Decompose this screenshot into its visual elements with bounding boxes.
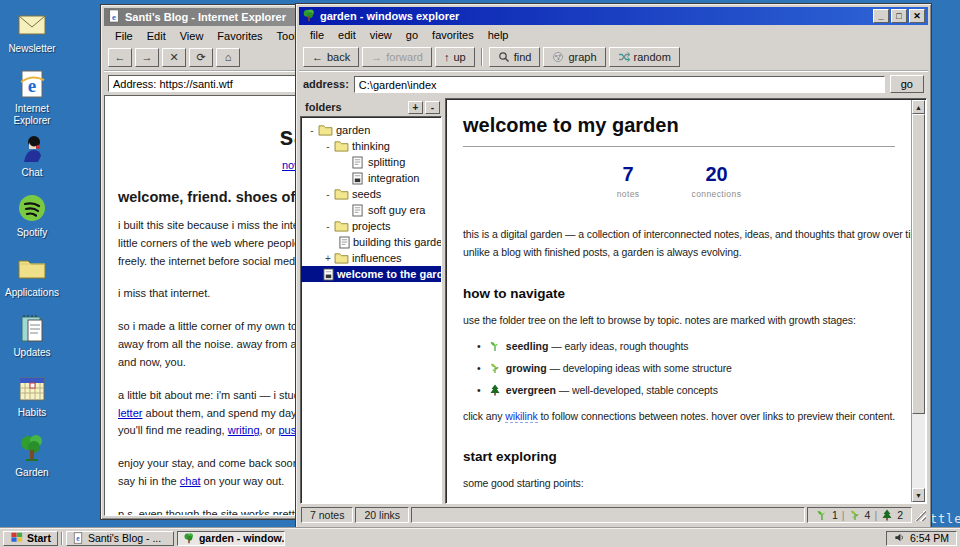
wikilink-example[interactable]: wikilink — [505, 410, 537, 423]
garden-titlebar[interactable]: garden - windows explorer _ □ ✕ — [299, 7, 928, 25]
garden-menu-edit[interactable]: edit — [331, 27, 363, 43]
blog-link-letter[interactable]: letter — [118, 407, 142, 419]
tree-item-label: influences — [349, 252, 406, 264]
scrollbar-thumb[interactable] — [912, 114, 925, 414]
desktop-icon-habits[interactable]: Habits — [0, 372, 64, 419]
desktop-icon-updates[interactable]: Updates — [0, 312, 64, 359]
desktop-icon-label: Garden — [0, 467, 64, 479]
blog-menu-edit[interactable]: Edit — [140, 28, 173, 44]
growing-icon — [849, 509, 861, 521]
text: a little bit about me: i'm santi — i stu… — [118, 389, 300, 401]
tree-item-splitting[interactable]: splitting — [301, 154, 441, 170]
home-button[interactable]: ⌂ — [216, 48, 240, 67]
vertical-scrollbar[interactable]: ▲ ▼ — [911, 100, 925, 502]
garden-menu-go[interactable]: go — [399, 27, 425, 43]
forward-button[interactable]: →forward — [362, 47, 432, 67]
address-field[interactable]: C:\garden\index — [354, 76, 885, 93]
scroll-down-button[interactable]: ▼ — [912, 488, 925, 502]
tree-item-seeds[interactable]: -seeds — [301, 186, 441, 202]
stage-count: 1 — [832, 509, 838, 521]
desktop-icon-spotify[interactable]: Spotify — [0, 192, 64, 239]
tree-item-garden[interactable]: -garden — [301, 122, 441, 138]
garden-menu-favorites[interactable]: favorites — [425, 27, 481, 43]
tree-item-label: garden — [333, 124, 374, 136]
toolbar-button-label: up — [453, 51, 465, 63]
status-spacer — [411, 507, 805, 523]
stat-label: notes — [617, 189, 640, 199]
blog-link-writing[interactable]: writing — [228, 424, 260, 436]
garden-menu-file[interactable]: file — [303, 27, 331, 43]
tree-item-integration[interactable]: integration — [301, 170, 441, 186]
blog-link-chat[interactable]: chat — [180, 475, 201, 487]
desktop-icon-applications[interactable]: Applications — [0, 252, 64, 299]
garden-window: garden - windows explorer _ □ ✕ fileedit… — [295, 3, 932, 529]
tree-item-building-this-garden[interactable]: building this garden — [301, 234, 441, 250]
blog-menu-file[interactable]: File — [108, 28, 140, 44]
refresh-button[interactable]: ⟳ — [189, 48, 213, 67]
graph-button[interactable]: graph — [543, 47, 605, 67]
random-button[interactable]: random — [609, 47, 680, 67]
back-button[interactable]: ← — [108, 48, 132, 67]
forward-button[interactable]: → — [135, 48, 159, 67]
resize-grip[interactable] — [914, 509, 926, 521]
collapse-toggle[interactable]: - — [323, 141, 333, 152]
ie-icon: e — [107, 9, 121, 25]
task-label: Santi's Blog - ... — [88, 532, 161, 544]
desktop-icon-internet-explorer[interactable]: e Internet Explorer — [0, 68, 64, 126]
start-button[interactable]: Start — [3, 531, 58, 546]
tree-item-welcome-to-the-garden[interactable]: welcome to the garden — [301, 266, 441, 282]
note-icon — [349, 155, 365, 169]
desktop-icon-chat[interactable]: Chat — [0, 132, 64, 179]
stage-desc: — developing ideas with some structure — [547, 362, 732, 374]
divider — [463, 146, 895, 147]
taskbar-task-blog[interactable]: e Santi's Blog - ... — [66, 531, 174, 546]
garden-menu-view[interactable]: view — [363, 27, 399, 43]
back-button[interactable]: ←back — [303, 47, 359, 67]
collapse-toggle[interactable]: - — [323, 221, 333, 232]
collapse-toggle[interactable]: - — [307, 125, 317, 136]
stat-value: 7 — [617, 163, 640, 186]
magnifier-icon — [498, 51, 510, 63]
tray-volume-icon — [894, 532, 905, 545]
desktop-icon-garden[interactable]: Garden — [0, 432, 64, 479]
text: on your way out. — [201, 475, 285, 487]
wikilink-line: click any wikilink to follow connections… — [463, 408, 895, 426]
tree-item-projects[interactable]: -projects — [301, 218, 441, 234]
desktop-icon-label: Updates — [0, 347, 64, 359]
blog-menu-favorites[interactable]: Favorites — [210, 28, 269, 44]
find-button[interactable]: find — [489, 47, 541, 67]
minimize-button[interactable]: _ — [873, 9, 889, 23]
tree-item-influences[interactable]: +influences — [301, 250, 441, 266]
status-links-count: 20 links — [355, 507, 409, 523]
back-icon: ← — [115, 51, 126, 63]
collapse-all-button[interactable]: - — [425, 101, 440, 114]
close-button[interactable]: ✕ — [909, 9, 925, 23]
maximize-button[interactable]: □ — [891, 9, 907, 23]
taskbar-task-garden[interactable]: garden - window... — [177, 531, 285, 546]
folder-icon — [16, 252, 48, 284]
desktop-icon-newsletter[interactable]: Newsletter — [0, 8, 64, 55]
text: away from all the noise. away from alg — [118, 338, 305, 350]
bullet-dot: • — [477, 384, 489, 396]
tree-item-thinking[interactable]: -thinking — [301, 138, 441, 154]
desktop-icon-label: Chat — [0, 167, 64, 179]
stage-term: seedling — [506, 340, 549, 352]
stop-button[interactable]: ✕ — [162, 48, 186, 67]
folders-panel: folders + - -garden-thinkingsplittingint… — [300, 98, 442, 504]
tree-icon — [302, 8, 316, 24]
ie-icon: e — [72, 532, 84, 544]
expand-toggle[interactable]: + — [323, 253, 333, 264]
blog-menu-view[interactable]: View — [173, 28, 211, 44]
desktop-icon-label: Applications — [0, 287, 64, 299]
scroll-up-button[interactable]: ▲ — [912, 100, 925, 114]
calendar-icon — [16, 372, 48, 404]
tree-item-soft-guy-era[interactable]: soft guy era — [301, 202, 441, 218]
svg-text:e: e — [112, 12, 116, 22]
growing-icon — [489, 362, 503, 376]
collapse-toggle[interactable]: - — [323, 189, 333, 200]
go-button[interactable]: go — [890, 75, 924, 93]
back-arrow-icon: ← — [312, 51, 323, 63]
up-button[interactable]: ↑up — [435, 47, 475, 67]
expand-all-button[interactable]: + — [408, 101, 423, 114]
garden-menu-help[interactable]: help — [481, 27, 516, 43]
